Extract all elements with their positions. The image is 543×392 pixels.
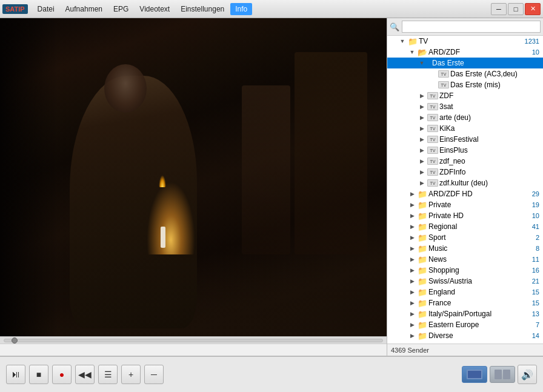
channel-icon: TV xyxy=(427,103,438,110)
menu-einstellungen[interactable]: Einstellungen xyxy=(176,3,229,15)
tree-item-tv[interactable]: ▼ 📁 TV 1231 xyxy=(387,36,543,47)
tree-item-zdfkultur[interactable]: ▶ TV zdf.kultur (deu) xyxy=(387,178,543,188)
menu-epg[interactable]: EPG xyxy=(108,3,133,15)
add-button[interactable]: + xyxy=(121,365,141,384)
tree-label-france: France xyxy=(428,299,532,307)
tree-count-regional: 41 xyxy=(532,223,542,230)
tree-item-diverse[interactable]: ▶ 📁 Diverse 14 xyxy=(387,330,543,341)
tree-label-dasErste: Das Erste xyxy=(432,59,542,67)
tree-item-arte[interactable]: ▶ TV arte (deu) xyxy=(387,112,543,123)
main-area: 🔍 ▼ 📁 TV 1231 ▼ 📂 ARD/ZDF 10 xyxy=(0,18,543,356)
progress-thumb[interactable] xyxy=(12,337,18,344)
channel-tree[interactable]: ▼ 📁 TV 1231 ▼ 📂 ARD/ZDF 10 ▼ ▶ xyxy=(387,36,543,344)
tree-count-easterneurope: 7 xyxy=(536,321,542,328)
svg-rect-1 xyxy=(468,371,481,378)
minimize-button[interactable]: ─ xyxy=(491,3,507,15)
tree-item-zdfneo[interactable]: ▶ TV zdf_neo xyxy=(387,156,543,167)
channel-icon: TV xyxy=(427,114,438,121)
folder-icon: 📁 xyxy=(418,299,427,308)
display-mode-2-button[interactable] xyxy=(490,366,515,383)
stop-button[interactable]: ■ xyxy=(29,365,48,384)
display-mode-2-icon xyxy=(494,369,511,380)
tree-label-ardzdfhd: ARD/ZDF HD xyxy=(428,190,532,198)
svg-rect-3 xyxy=(503,370,510,379)
tree-item-sport[interactable]: ▶ 📁 Sport 2 xyxy=(387,232,543,243)
display-mode-1-icon xyxy=(466,369,483,380)
progress-track[interactable] xyxy=(4,339,383,342)
maximize-button[interactable]: □ xyxy=(508,3,524,15)
play-pause-button[interactable]: ⏯ xyxy=(6,365,25,384)
tree-item-shopping[interactable]: ▶ 📁 Shopping 16 xyxy=(387,265,543,276)
tree-item-dasErste[interactable]: ▼ ▶ Das Erste xyxy=(387,58,543,68)
tree-count-news: 11 xyxy=(532,256,542,263)
menu-info[interactable]: Info xyxy=(230,3,252,15)
menu-videotext[interactable]: Videotext xyxy=(135,3,175,15)
tree-label-kika: KiKa xyxy=(439,124,542,133)
volume-icon: 🔊 xyxy=(521,369,533,380)
display-mode-1-button[interactable] xyxy=(462,366,487,383)
tree-label-ac3: Das Erste (AC3,deu) xyxy=(450,70,542,78)
tree-item-ac3[interactable]: TV Das Erste (AC3,deu) xyxy=(387,68,543,79)
tree-item-england[interactable]: ▶ 📁 England 15 xyxy=(387,287,543,297)
tree-count-italyspainportugal: 13 xyxy=(532,310,542,317)
tree-item-mis[interactable]: TV Das Erste (mis) xyxy=(387,79,543,90)
tree-label-music: Music xyxy=(428,244,536,253)
search-bar: 🔍 xyxy=(387,18,543,36)
tree-item-italyspainportugal[interactable]: ▶ 📁 Italy/Spain/Portugal 13 xyxy=(387,308,543,319)
folder-icon: 📁 xyxy=(418,310,427,319)
tree-item-news[interactable]: ▶ 📁 News 11 xyxy=(387,254,543,265)
remove-button[interactable]: ─ xyxy=(144,365,164,384)
tree-item-3sat[interactable]: ▶ TV 3sat xyxy=(387,101,543,112)
tree-item-private[interactable]: ▶ 📁 Private 19 xyxy=(387,199,543,210)
tree-label-privatehd: Private HD xyxy=(428,211,532,220)
play-pause-icon: ⏯ xyxy=(11,369,21,380)
rewind-button[interactable]: ◀◀ xyxy=(75,365,95,384)
tree-item-einsfestival[interactable]: ▶ TV EinsFestival xyxy=(387,134,543,145)
tree-count-england: 15 xyxy=(532,288,542,296)
svg-rect-2 xyxy=(495,370,502,379)
status-bar: 4369 Sender xyxy=(387,344,543,356)
folder-icon: 📁 xyxy=(418,331,427,341)
folder-icon: 📁 xyxy=(418,321,427,330)
search-input[interactable] xyxy=(402,21,541,33)
tree-item-zdf[interactable]: ▶ TV ZDF xyxy=(387,90,543,101)
tree-count-tv: 1231 xyxy=(525,38,542,45)
tree-count-ardzdfhd: 29 xyxy=(532,190,542,198)
tree-item-france[interactable]: ▶ 📁 France 15 xyxy=(387,297,543,308)
menu-datei[interactable]: Datei xyxy=(33,3,59,15)
volume-button[interactable]: 🔊 xyxy=(518,365,537,384)
tree-item-easterneurope[interactable]: ▶ 📁 Eastern Europe 7 xyxy=(387,319,543,330)
tree-count-sport: 2 xyxy=(536,234,542,241)
record-icon: ● xyxy=(59,370,64,379)
tree-item-regional[interactable]: ▶ 📁 Regional 41 xyxy=(387,221,543,232)
tree-item-ardzdf[interactable]: ▼ 📂 ARD/ZDF 10 xyxy=(387,47,543,58)
titlebar: SATIP Datei Aufnahmen EPG Videotext Eins… xyxy=(0,0,543,18)
tree-item-ardzdfhd[interactable]: ▶ 📁 ARD/ZDF HD 29 xyxy=(387,188,543,199)
record-button[interactable]: ● xyxy=(52,365,72,384)
close-button[interactable]: ✕ xyxy=(525,3,541,15)
folder-icon: 📁 xyxy=(418,201,427,210)
tree-item-privatehd[interactable]: ▶ 📁 Private HD 10 xyxy=(387,210,543,221)
tree-item-swissaustria[interactable]: ▶ 📁 Swiss/Austria 21 xyxy=(387,276,543,287)
channel-icon: TV xyxy=(427,92,438,99)
menu-aufnahmen[interactable]: Aufnahmen xyxy=(61,3,107,15)
remove-icon: ─ xyxy=(151,370,157,379)
tree-item-kika[interactable]: ▶ TV KiKa xyxy=(387,123,543,134)
tree-item-music[interactable]: ▶ 📁 Music 8 xyxy=(387,243,543,254)
tree-label-easterneurope: Eastern Europe xyxy=(428,321,536,329)
channel-icon: TV xyxy=(427,158,438,165)
video-area[interactable] xyxy=(0,18,387,356)
tree-label-shopping: Shopping xyxy=(428,266,532,274)
tree-label-3sat: 3sat xyxy=(439,102,542,111)
tree-label-arte: arte (deu) xyxy=(439,113,542,122)
app-logo: SATIP xyxy=(2,4,28,14)
tree-item-einsplus[interactable]: ▶ TV EinsPlus xyxy=(387,145,543,156)
folder-icon: 📁 xyxy=(418,190,427,199)
folder-icon: 📁 xyxy=(418,222,427,231)
tree-label-ardzdf: ARD/ZDF xyxy=(428,48,532,56)
folder-icon: 📁 xyxy=(418,255,427,264)
tree-item-zdfinfo[interactable]: ▶ TV ZDFInfo xyxy=(387,167,543,178)
play-arrow-icon: ▶ xyxy=(426,59,431,67)
video-scene xyxy=(0,18,387,356)
playlist-button[interactable]: ☰ xyxy=(98,365,118,384)
